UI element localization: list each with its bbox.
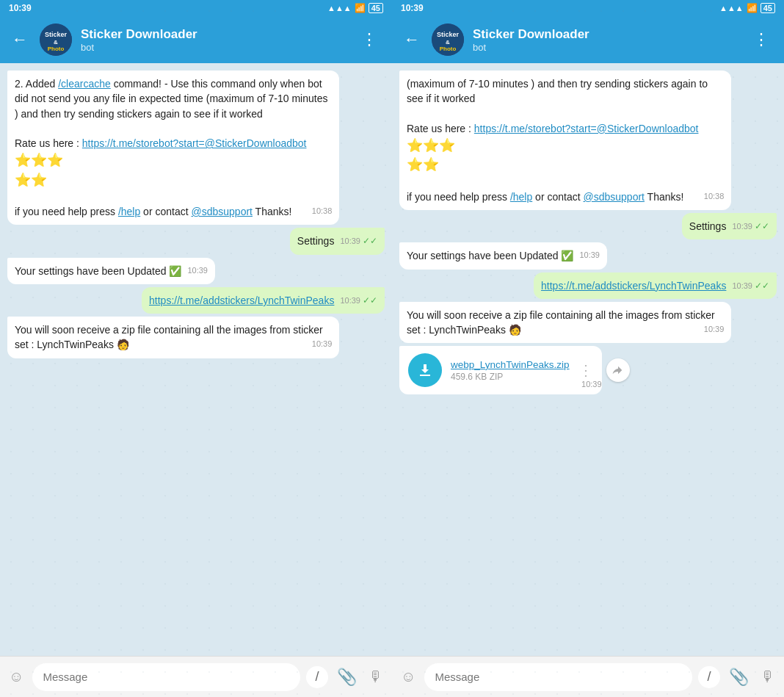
status-time-right: 10:39 <box>401 3 424 13</box>
header-title-left: Sticker Downloader <box>81 27 346 42</box>
bottom-bar-left: ☺ / 📎 🎙 <box>0 656 392 697</box>
sticker-button-right[interactable]: ☺ <box>398 665 418 688</box>
status-bar-right: 10:39 ▲▲▲ 📶 45 <box>392 0 784 16</box>
status-icons-left: ▲▲▲ 📶 45 <box>327 3 383 13</box>
wifi-icon-right: 📶 <box>747 3 758 13</box>
status-icons-right: ▲▲▲ 📶 45 <box>719 3 775 13</box>
right-chat-panel: 10:39 ▲▲▲ 📶 45 ← Sticker & Photo Sticker… <box>392 0 784 697</box>
back-button-right[interactable]: ← <box>401 30 423 49</box>
clearcache-link[interactable]: /clearcache <box>58 78 111 90</box>
message-input-right[interactable] <box>424 663 692 691</box>
attach-button-left[interactable]: 📎 <box>334 665 360 690</box>
message-time: 10:39 <box>579 250 600 261</box>
battery-left: 45 <box>369 3 383 13</box>
file-more-button[interactable]: ⋮ <box>578 361 593 379</box>
addstickers-link-right[interactable]: https://t.me/addstickers/LynchTwinPeaks <box>541 280 726 292</box>
svg-text:Photo: Photo <box>440 46 457 52</box>
message-1-left: 2. Added /clearcache command! - Use this… <box>7 71 339 225</box>
avatar-right: Sticker & Photo <box>432 24 464 56</box>
help-link[interactable]: /help <box>118 206 140 217</box>
message-text: (maximum of 7-10 minutes ) and then try … <box>407 78 708 203</box>
addstickers-link-left[interactable]: https://t.me/addstickers/LynchTwinPeaks <box>149 295 334 306</box>
message-time: 10:39 ✓✓ <box>732 220 769 233</box>
message-time: 10:39 <box>187 265 208 277</box>
left-chat-panel: 10:39 ▲▲▲ 📶 45 ← Sticker & Photo Sticker… <box>0 0 392 697</box>
file-bubble-right: webp_LynchTwinPeaks.zip 459.6 KB ZIP ⋮ 1… <box>399 346 602 394</box>
status-bar-left: 10:39 ▲▲▲ 📶 45 <box>0 0 392 16</box>
storebot-link-r[interactable]: https://t.me/storebot?start=@StickerDown… <box>474 123 699 134</box>
message-time: 10:39 ✓✓ <box>340 235 377 248</box>
header-right: ← Sticker & Photo Sticker Downloader bot… <box>392 16 784 63</box>
slash-button-left[interactable]: / <box>306 666 328 688</box>
header-title-right: Sticker Downloader <box>473 27 738 42</box>
link-bubble-right: https://t.me/addstickers/LynchTwinPeaks … <box>534 272 777 299</box>
message-time: 10:38 <box>704 191 725 203</box>
message-time: 10:39 ✓✓ <box>340 295 377 307</box>
message-time: 10:39 <box>704 324 725 336</box>
updated-text-right: Your settings have been Updated ✅ <box>407 250 573 261</box>
zip-notice-right: You will soon receive a zip file contain… <box>399 302 731 344</box>
file-download-icon[interactable] <box>408 353 442 387</box>
message-1-right: (maximum of 7-10 minutes ) and then try … <box>399 71 731 210</box>
sdbsupport-link[interactable]: @sdbsupport <box>192 206 253 217</box>
file-size: 459.6 KB ZIP <box>451 372 570 382</box>
message-time: 10:38 <box>312 206 333 217</box>
mic-button-right[interactable]: 🎙 <box>758 665 778 688</box>
settings-text-right: Settings <box>689 220 727 232</box>
attach-button-right[interactable]: 📎 <box>726 665 752 690</box>
svg-text:Sticker: Sticker <box>45 31 68 38</box>
back-button-left[interactable]: ← <box>9 30 31 49</box>
zip-text-right: You will soon receive a zip file contain… <box>407 309 715 336</box>
header-menu-right[interactable]: ⋮ <box>747 27 775 52</box>
svg-text:&: & <box>54 39 58 46</box>
updated-text: Your settings have been Updated ✅ <box>15 265 181 277</box>
settings-text: Settings <box>297 235 335 247</box>
avatar-left: Sticker & Photo <box>40 24 72 56</box>
zip-text: You will soon receive a zip file contain… <box>15 324 323 350</box>
zip-notice-left: You will soon receive a zip file contain… <box>7 317 339 358</box>
battery-right: 45 <box>761 3 775 13</box>
file-info: webp_LynchTwinPeaks.zip 459.6 KB ZIP <box>451 359 570 382</box>
header-subtitle-right: bot <box>473 42 738 53</box>
slash-button-right[interactable]: / <box>698 666 720 688</box>
status-time-left: 10:39 <box>9 3 32 13</box>
bottom-bar-right: ☺ / 📎 🎙 <box>392 656 784 697</box>
svg-text:Photo: Photo <box>48 46 65 52</box>
mic-button-left[interactable]: 🎙 <box>366 665 386 688</box>
message-time: 10:39 <box>312 339 333 350</box>
header-info-left: Sticker Downloader bot <box>81 27 346 53</box>
sdbsupport-link-r[interactable]: @sdbsupport <box>584 191 645 203</box>
sticker-button-left[interactable]: ☺ <box>6 665 26 688</box>
help-link-r[interactable]: /help <box>510 191 532 203</box>
link-bubble-left: https://t.me/addstickers/LynchTwinPeaks … <box>142 287 385 314</box>
message-time: 10:39 <box>581 380 602 389</box>
header-subtitle-left: bot <box>81 42 346 53</box>
forward-button[interactable] <box>606 358 630 382</box>
settings-bubble-right: Settings 10:39 ✓✓ <box>682 213 777 239</box>
header-info-right: Sticker Downloader bot <box>473 27 738 53</box>
header-menu-left[interactable]: ⋮ <box>355 27 383 52</box>
file-name[interactable]: webp_LynchTwinPeaks.zip <box>451 359 570 370</box>
header-left: ← Sticker & Photo Sticker Downloader bot… <box>0 16 392 63</box>
message-input-left[interactable] <box>32 663 300 691</box>
signal-icon-left: ▲▲▲ <box>327 4 352 12</box>
message-text: 2. Added /clearcache command! - Use this… <box>15 78 327 217</box>
svg-text:Sticker: Sticker <box>437 31 460 38</box>
settings-bubble-left: Settings 10:39 ✓✓ <box>290 228 385 254</box>
storebot-link[interactable]: https://t.me/storebot?start=@StickerDown… <box>82 137 307 149</box>
messages-right: (maximum of 7-10 minutes ) and then try … <box>392 63 784 656</box>
messages-left: 2. Added /clearcache command! - Use this… <box>0 63 392 656</box>
svg-text:&: & <box>446 39 450 46</box>
message-time: 10:39 ✓✓ <box>732 280 769 292</box>
updated-bubble-right: Your settings have been Updated ✅ 10:39 <box>399 242 607 269</box>
wifi-icon-left: 📶 <box>355 3 366 13</box>
updated-bubble-left: Your settings have been Updated ✅ 10:39 <box>7 258 215 284</box>
file-bubble-container: webp_LynchTwinPeaks.zip 459.6 KB ZIP ⋮ 1… <box>399 346 630 394</box>
signal-icon-right: ▲▲▲ <box>719 4 744 12</box>
